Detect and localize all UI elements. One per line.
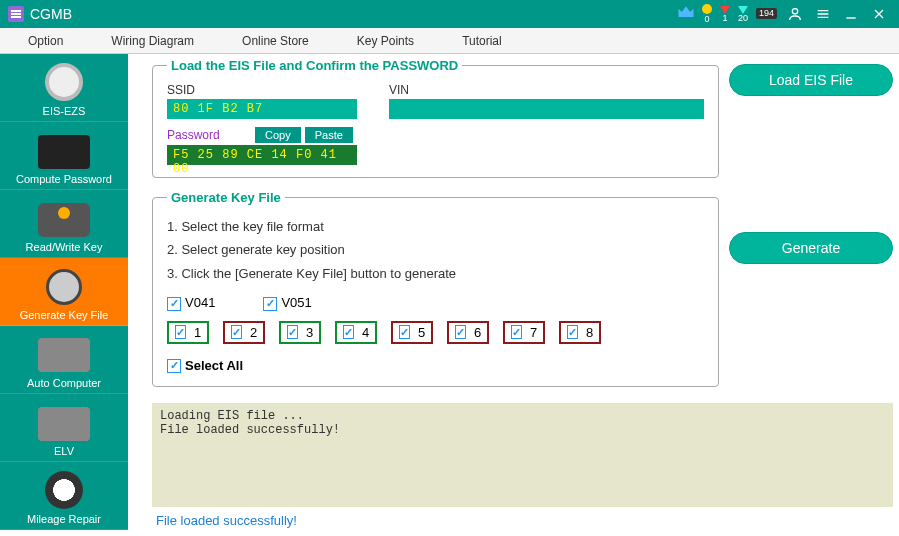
sidebar-item-genkey[interactable]: Generate Key File (0, 258, 128, 326)
eis-icon (45, 63, 83, 101)
key-pos-3[interactable]: 3 (279, 321, 321, 344)
crown-icon[interactable] (676, 2, 696, 26)
sidebar-item-compute[interactable]: Compute Password (0, 122, 128, 190)
app-title: CGMB (30, 6, 72, 22)
app-logo-icon (8, 6, 24, 22)
step2-text: 2. Select generate key position (167, 238, 704, 261)
keyboard-icon (38, 135, 90, 169)
key-pos-6[interactable]: 6 (447, 321, 489, 344)
menu-tutorial[interactable]: Tutorial (462, 34, 502, 48)
load-eis-group: Load the EIS File and Confirm the PASSWO… (152, 58, 719, 178)
generate-button[interactable]: Generate (729, 232, 893, 264)
key-pos-1[interactable]: 1 (167, 321, 209, 344)
checkbox-icon[interactable] (175, 325, 186, 339)
vin-label: VIN (389, 83, 704, 97)
load-legend: Load the EIS File and Confirm the PASSWO… (167, 58, 462, 73)
checkbox-icon[interactable] (287, 325, 298, 339)
menu-wiring[interactable]: Wiring Diagram (111, 34, 194, 48)
password-value[interactable]: F5 25 89 CE 14 F0 41 00 (167, 145, 357, 165)
checkbox-icon[interactable] (399, 325, 410, 339)
user-icon[interactable] (787, 6, 803, 22)
format-v051[interactable]: V051 (263, 295, 311, 311)
paste-button[interactable]: Paste (305, 127, 353, 143)
counter-red: 1 (720, 6, 730, 23)
gauge-icon (45, 471, 83, 509)
sidebar: EIS-EZS Compute Password Read/Write Key … (0, 54, 128, 536)
key-pos-2[interactable]: 2 (223, 321, 265, 344)
ssid-label: SSID (167, 83, 357, 97)
log-output: Loading EIS file ... File loaded success… (152, 403, 893, 507)
menu-option[interactable]: Option (28, 34, 63, 48)
menu-keypoints[interactable]: Key Points (357, 34, 414, 48)
format-v041[interactable]: V041 (167, 295, 215, 311)
menu-store[interactable]: Online Store (242, 34, 309, 48)
menu-bar: Option Wiring Diagram Online Store Key P… (0, 28, 899, 54)
counter-teal: 20 (738, 6, 748, 23)
checkbox-icon[interactable] (567, 325, 578, 339)
sidebar-label: Mileage Repair (27, 513, 101, 525)
load-eis-button[interactable]: Load EIS File (729, 64, 893, 96)
counter-chip: 194 (756, 8, 777, 20)
status-bar: File loaded successfully! (152, 507, 893, 536)
sidebar-label: EIS-EZS (43, 105, 86, 117)
sidebar-label: ELV (54, 445, 74, 457)
menu-icon[interactable] (815, 6, 831, 22)
counter-gold: 0 (702, 4, 712, 24)
key-pos-5[interactable]: 5 (391, 321, 433, 344)
sidebar-label: Read/Write Key (26, 241, 103, 253)
ecu-icon (38, 338, 90, 372)
checkbox-icon[interactable] (343, 325, 354, 339)
select-all[interactable]: Select All (167, 356, 704, 374)
sidebar-item-rwkey[interactable]: Read/Write Key (0, 190, 128, 258)
key-pos-7[interactable]: 7 (503, 321, 545, 344)
checkbox-icon[interactable] (167, 359, 181, 373)
key-icon (38, 203, 90, 237)
sidebar-label: Auto Computer (27, 377, 101, 389)
sidebar-label: Compute Password (16, 173, 112, 185)
vin-value[interactable] (389, 99, 704, 119)
sidebar-item-elv[interactable]: ELV (0, 394, 128, 462)
sidebar-item-mileage[interactable]: Mileage Repair (0, 462, 128, 530)
copy-button[interactable]: Copy (255, 127, 301, 143)
step1-text: 1. Select the key file format (167, 215, 704, 238)
sidebar-item-auto[interactable]: Auto Computer (0, 326, 128, 394)
ssid-value[interactable]: 80 1F B2 B7 (167, 99, 357, 119)
checkbox-icon[interactable] (167, 297, 181, 311)
checkbox-icon[interactable] (511, 325, 522, 339)
checkbox-icon[interactable] (263, 297, 277, 311)
generate-key-group: Generate Key File 1. Select the key file… (152, 190, 719, 387)
step3-text: 3. Click the [Generate Key File] button … (167, 262, 704, 285)
elv-icon (38, 407, 90, 441)
sidebar-item-eis[interactable]: EIS-EZS (0, 54, 128, 122)
close-icon[interactable] (871, 6, 887, 22)
generate-legend: Generate Key File (167, 190, 285, 205)
minimize-icon[interactable] (843, 6, 859, 22)
checkbox-icon[interactable] (231, 325, 242, 339)
svg-point-0 (792, 9, 797, 14)
key-pos-8[interactable]: 8 (559, 321, 601, 344)
password-label: Password (167, 128, 251, 142)
title-bar: CGMB 0 1 20 194 (0, 0, 899, 28)
checkbox-icon[interactable] (455, 325, 466, 339)
generate-icon (46, 269, 82, 305)
sidebar-label: Generate Key File (20, 309, 109, 321)
key-pos-4[interactable]: 4 (335, 321, 377, 344)
